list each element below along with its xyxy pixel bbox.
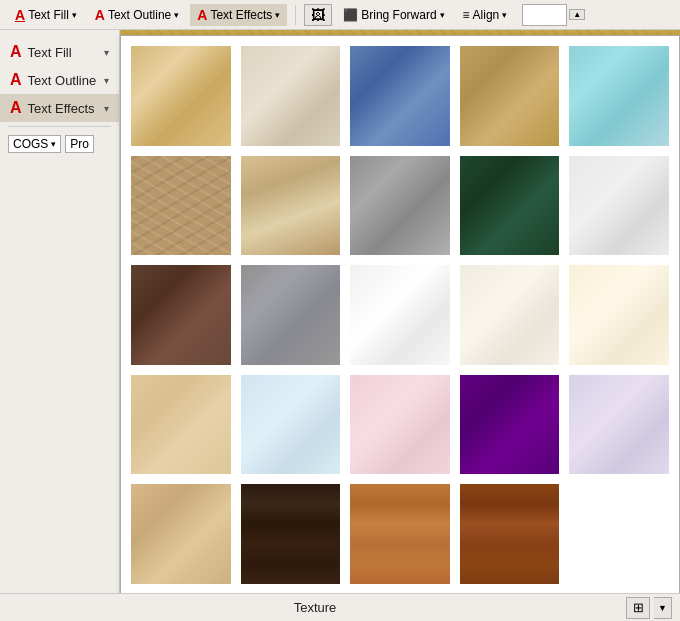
texture-item-lavender[interactable] bbox=[567, 373, 671, 477]
sidebar-text-outline-label: Text Outline bbox=[28, 73, 98, 88]
toolbar-divider bbox=[295, 5, 296, 25]
picture-placeholder-button[interactable]: 🖼 bbox=[304, 4, 332, 26]
texture-item-linen[interactable] bbox=[239, 44, 343, 148]
text-outline-a-icon: A bbox=[95, 7, 105, 23]
texture-item-dark-wood[interactable] bbox=[239, 482, 343, 586]
texture-swatch-gray-weave bbox=[350, 156, 450, 256]
align-arrow: ▾ bbox=[502, 10, 507, 20]
texture-item-burlap[interactable] bbox=[458, 44, 562, 148]
sidebar-dropdown-row: COGS ▾ Pro bbox=[0, 131, 119, 157]
bottom-bar-label: Texture bbox=[294, 600, 337, 615]
texture-swatch-dark-wood2 bbox=[460, 484, 560, 584]
size-input[interactable]: ▲ bbox=[522, 4, 585, 26]
texture-item-pink[interactable] bbox=[348, 373, 452, 477]
texture-swatch-light-blue bbox=[241, 375, 341, 475]
texture-item-crumpled[interactable] bbox=[129, 154, 233, 258]
texture-item-sand[interactable] bbox=[129, 482, 233, 586]
size-up[interactable]: ▲ bbox=[569, 9, 585, 20]
text-fill-label: Text Fill bbox=[28, 8, 69, 22]
texture-swatch-purple bbox=[460, 375, 560, 475]
texture-item-light-blue[interactable] bbox=[239, 373, 343, 477]
text-effects-arrow: ▾ bbox=[275, 10, 280, 20]
text-outline-side-icon: A bbox=[10, 72, 22, 88]
texture-swatch-sand bbox=[131, 484, 231, 584]
sidebar-text-effects-label: Text Effects bbox=[28, 101, 98, 116]
texture-swatch-dark-green bbox=[460, 156, 560, 256]
texture-swatch-brown-marble bbox=[131, 265, 231, 365]
text-effects-label: Text Effects bbox=[210, 8, 272, 22]
texture-swatch-beige bbox=[131, 375, 231, 475]
bottom-bar: Texture ⊞ ▼ bbox=[0, 593, 680, 621]
texture-swatch-aqua bbox=[569, 46, 669, 146]
texture-item-feather[interactable] bbox=[239, 154, 343, 258]
text-fill-a-icon: A bbox=[15, 7, 25, 23]
align-button[interactable]: ≡ Align ▾ bbox=[456, 5, 515, 25]
texture-swatch-med-wood bbox=[350, 484, 450, 584]
bottom-bar-label-container: Texture bbox=[8, 600, 622, 615]
sidebar-text-fill-label: Text Fill bbox=[28, 45, 98, 60]
texture-item-granite[interactable] bbox=[239, 263, 343, 367]
texture-item-blue-weave[interactable] bbox=[348, 44, 452, 148]
sidebar-divider bbox=[8, 126, 111, 127]
cogs-arrow-icon: ▾ bbox=[51, 139, 56, 149]
bring-forward-arrow: ▾ bbox=[440, 10, 445, 20]
texture-swatch-cream bbox=[569, 265, 669, 365]
cogs-dropdown[interactable]: COGS ▾ bbox=[8, 135, 61, 153]
texture-panel bbox=[120, 35, 680, 595]
size-field[interactable] bbox=[522, 4, 567, 26]
text-fill-button[interactable]: A Text Fill ▾ bbox=[8, 4, 84, 26]
texture-swatch-white-marble bbox=[569, 156, 669, 256]
texture-swatch-pink bbox=[350, 375, 450, 475]
picture-icon: 🖼 bbox=[311, 7, 325, 23]
pro-label: Pro bbox=[70, 137, 89, 151]
text-outline-button[interactable]: A Text Outline ▾ bbox=[88, 4, 187, 26]
texture-swatch-burlap bbox=[460, 46, 560, 146]
pro-dropdown[interactable]: Pro bbox=[65, 135, 94, 153]
text-outline-label: Text Outline bbox=[108, 8, 171, 22]
texture-item-dark-green[interactable] bbox=[458, 154, 562, 258]
text-effects-button[interactable]: A Text Effects ▾ bbox=[190, 4, 287, 26]
grid-view-button[interactable]: ⊞ bbox=[626, 597, 650, 619]
texture-item-offwhite[interactable] bbox=[458, 263, 562, 367]
sidebar: A Text Fill ▾ A Text Outline ▾ A Text Ef… bbox=[0, 30, 120, 621]
align-icon: ≡ bbox=[463, 8, 470, 22]
text-outline-side-arrow: ▾ bbox=[104, 75, 109, 86]
bring-forward-button[interactable]: ⬛ Bring Forward ▾ bbox=[336, 5, 451, 25]
texture-swatch-dark-wood bbox=[241, 484, 341, 584]
texture-swatch-lavender bbox=[569, 375, 669, 475]
sidebar-item-text-effects[interactable]: A Text Effects ▾ bbox=[0, 94, 119, 122]
cogs-label: COGS bbox=[13, 137, 48, 151]
texture-swatch-linen bbox=[241, 46, 341, 146]
texture-swatch-crumpled bbox=[131, 156, 231, 256]
texture-item-brown-marble[interactable] bbox=[129, 263, 233, 367]
texture-swatch-offwhite bbox=[460, 265, 560, 365]
text-outline-arrow: ▾ bbox=[174, 10, 179, 20]
texture-item-white-marble[interactable] bbox=[567, 154, 671, 258]
toolbar: A Text Fill ▾ A Text Outline ▾ A Text Ef… bbox=[0, 0, 680, 30]
texture-swatch-white-fabric bbox=[350, 265, 450, 365]
align-label: Align bbox=[473, 8, 500, 22]
texture-item-dark-wood2[interactable] bbox=[458, 482, 562, 586]
texture-swatch-straw bbox=[131, 46, 231, 146]
texture-swatch-feather bbox=[241, 156, 341, 256]
bring-forward-label: Bring Forward bbox=[361, 8, 436, 22]
text-effects-side-icon: A bbox=[10, 100, 22, 116]
texture-swatch-granite bbox=[241, 265, 341, 365]
grid-icon: ⊞ bbox=[633, 600, 644, 615]
text-fill-arrow: ▾ bbox=[72, 10, 77, 20]
texture-item-med-wood[interactable] bbox=[348, 482, 452, 586]
texture-item-white-fabric[interactable] bbox=[348, 263, 452, 367]
bring-forward-icon: ⬛ bbox=[343, 8, 358, 22]
expand-button[interactable]: ▼ bbox=[654, 597, 672, 619]
sidebar-item-text-outline[interactable]: A Text Outline ▾ bbox=[0, 66, 119, 94]
text-fill-side-icon: A bbox=[10, 44, 22, 60]
expand-icon: ▼ bbox=[658, 603, 667, 613]
texture-item-gray-weave[interactable] bbox=[348, 154, 452, 258]
text-fill-side-arrow: ▾ bbox=[104, 47, 109, 58]
texture-item-beige[interactable] bbox=[129, 373, 233, 477]
texture-item-purple[interactable] bbox=[458, 373, 562, 477]
texture-item-aqua[interactable] bbox=[567, 44, 671, 148]
texture-item-cream[interactable] bbox=[567, 263, 671, 367]
texture-item-straw[interactable] bbox=[129, 44, 233, 148]
sidebar-item-text-fill[interactable]: A Text Fill ▾ bbox=[0, 38, 119, 66]
